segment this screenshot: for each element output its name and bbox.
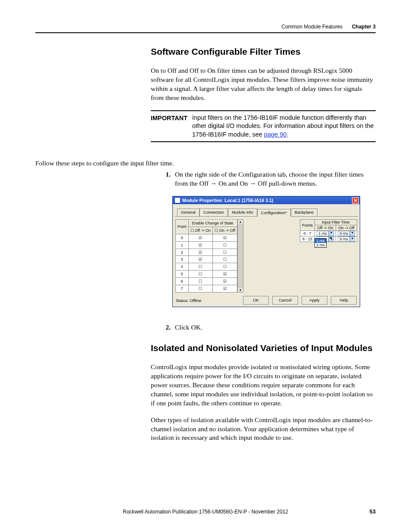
header-rule: [35, 32, 376, 33]
tab-row: General Connection Module Info Configura…: [174, 206, 358, 217]
cos-point: 0: [176, 234, 189, 241]
filter-row-0-offon[interactable]: 1 ms▼: [315, 231, 336, 236]
ok-button[interactable]: OK: [243, 296, 269, 305]
cos-point: 1: [176, 241, 189, 249]
step-2-text: Click OK.: [175, 323, 376, 332]
follow-paragraph: Follow these steps to configure the inpu…: [35, 159, 376, 167]
step-1-wrap: 1. On the right side of the Configuratio…: [159, 170, 376, 193]
filter-row-1-points: 8 - 15: [300, 236, 314, 242]
help-button[interactable]: Help: [331, 296, 357, 305]
header-chapter: Chapter 3: [352, 24, 376, 30]
step-1: 1. On the right side of the Configuratio…: [159, 170, 376, 188]
tab-connection[interactable]: Connection: [199, 208, 228, 216]
cos-table-wrap: Point Enable Change of State ☐ Off -> On…: [175, 219, 243, 292]
cos-row: 6☐☑: [176, 278, 237, 285]
page: Common Module Features Chapter 3 Softwar…: [0, 0, 411, 532]
cos-off-on-checkbox[interactable]: ☑: [188, 249, 213, 256]
cos-row: 3☑☐: [176, 256, 237, 263]
important-text-after: .: [286, 131, 288, 138]
cos-off-on-checkbox[interactable]: ☐: [188, 271, 213, 278]
cos-point: 3: [176, 256, 189, 263]
cos-row: 2☑☐: [176, 249, 237, 256]
filter-row-0-points: 0 - 7: [300, 231, 314, 236]
cos-on-off-checkbox[interactable]: ☑: [213, 285, 237, 292]
cos-row: 4☐☐: [176, 263, 237, 271]
cos-off-on-checkbox[interactable]: ☐: [188, 263, 213, 271]
page-number: 53: [370, 508, 376, 515]
filter-table: Points Input Filter Time Off -> On On ->…: [300, 219, 357, 242]
window-title: Module Properties: Local:1 (1756-IA16 3.…: [182, 198, 273, 203]
filter-row-0-onoff[interactable]: 9 ms▼: [336, 231, 357, 236]
chevron-down-icon[interactable]: ▼: [329, 231, 334, 236]
cos-point: 5: [176, 271, 189, 278]
tab-backplane[interactable]: Backplane: [291, 208, 318, 216]
tab-general[interactable]: General: [177, 208, 199, 216]
filter-table-wrap: Points Input Filter Time Off -> On On ->…: [300, 219, 357, 292]
paragraph-1: On to Off and Off to On filter times can…: [151, 66, 376, 103]
filter-on-off-header: On -> Off: [336, 225, 357, 231]
chevron-down-icon[interactable]: ▼: [350, 231, 355, 236]
cos-table: Point Enable Change of State ☐ Off -> On…: [175, 219, 237, 292]
cos-point: 7: [176, 285, 189, 292]
dialog-window: Module Properties: Local:1 (1756-IA16 3.…: [172, 196, 360, 307]
cos-point: 4: [176, 263, 189, 271]
cos-off-on-checkbox[interactable]: ☑: [188, 241, 213, 249]
cos-off-on-checkbox[interactable]: ☐: [188, 285, 213, 292]
titlebar: Module Properties: Local:1 (1756-IA16 3.…: [173, 196, 360, 204]
filter-row-0: 0 - 7 1 ms▼ 9 ms▼: [300, 231, 357, 236]
dropdown-option-1[interactable]: 1 ms: [315, 239, 326, 243]
cos-on-off-checkbox[interactable]: ☐: [213, 256, 237, 263]
tab-module-info[interactable]: Module Info: [228, 208, 257, 216]
filter-row-1-onoff[interactable]: 9 ms▼: [336, 236, 357, 242]
col-on-off: ☐ On -> Off: [213, 227, 237, 234]
step-1-text: On the right side of the Configuration t…: [175, 170, 376, 188]
cos-row: 5☐☑: [176, 271, 237, 278]
dropdown-menu[interactable]: 1 ms 2 ms: [314, 238, 327, 248]
page-link[interactable]: page 90: [264, 131, 286, 138]
button-row: OK Cancel Apply Help: [243, 296, 357, 305]
running-header: Common Module Features Chapter 3: [281, 24, 376, 30]
cos-row: 0☑☑: [176, 234, 237, 241]
section-2: Isolated and Nonisolated Varieties of In…: [151, 343, 376, 450]
config-panel: Point Enable Change of State ☐ Off -> On…: [173, 217, 360, 295]
important-box: IMPORTANT Input filters on the 1756-IB16…: [151, 110, 376, 143]
chevron-down-icon[interactable]: ▼: [329, 236, 334, 242]
window-icon: [174, 197, 181, 203]
cos-on-off-checkbox[interactable]: ☐: [213, 249, 237, 256]
header-section: Common Module Features: [281, 24, 342, 30]
cos-off-on-checkbox[interactable]: ☐: [188, 278, 213, 285]
cos-point: 2: [176, 249, 189, 256]
filter-points-label: Points: [300, 220, 314, 231]
step-2-number: 2.: [159, 323, 175, 332]
paragraph-3: Other types of isolation available with …: [151, 416, 376, 443]
cos-point: 6: [176, 278, 189, 285]
cos-row: 1☑☐: [176, 241, 237, 249]
step-1-number: 1.: [159, 170, 175, 188]
filter-header: Input Filter Time: [315, 220, 357, 225]
close-icon[interactable]: ✕: [352, 197, 359, 204]
col-off-on: ☐ Off -> On: [188, 227, 213, 234]
cos-off-on-checkbox[interactable]: ☑: [188, 234, 213, 241]
dropdown-option-2[interactable]: 2 ms: [315, 243, 326, 247]
scrollbar[interactable]: ▴ ▾: [237, 219, 243, 292]
cos-off-on-checkbox[interactable]: ☑: [188, 256, 213, 263]
cancel-button[interactable]: Cancel: [272, 296, 298, 305]
scroll-down-icon[interactable]: ▾: [238, 288, 243, 292]
section-heading-1: Software Configurable Filter Times: [151, 47, 376, 57]
chevron-down-icon[interactable]: ▼: [350, 236, 355, 242]
scroll-up-icon[interactable]: ▴: [238, 220, 243, 224]
step-2: 2. Click OK.: [159, 323, 376, 332]
main-content: Software Configurable Filter Times On to…: [151, 47, 376, 151]
cos-on-off-checkbox[interactable]: ☑: [213, 234, 237, 241]
cos-on-off-checkbox[interactable]: ☑: [213, 271, 237, 278]
important-text: Input filters on the 1756-IB16IF module …: [192, 114, 376, 139]
apply-button[interactable]: Apply: [302, 296, 327, 305]
cos-header: Enable Change of State: [188, 220, 237, 227]
cos-on-off-checkbox[interactable]: ☐: [213, 241, 237, 249]
status-text: Status: Offline: [176, 298, 202, 303]
footer: Rockwell Automation Publication 1756-UM0…: [35, 509, 376, 515]
cos-on-off-checkbox[interactable]: ☐: [213, 263, 237, 271]
cos-on-off-checkbox[interactable]: ☑: [213, 278, 237, 285]
tab-configuration[interactable]: Configuration*: [257, 209, 291, 217]
filter-row-1: 8 - 15 1 ms▼ 9 ms▼: [300, 236, 357, 242]
